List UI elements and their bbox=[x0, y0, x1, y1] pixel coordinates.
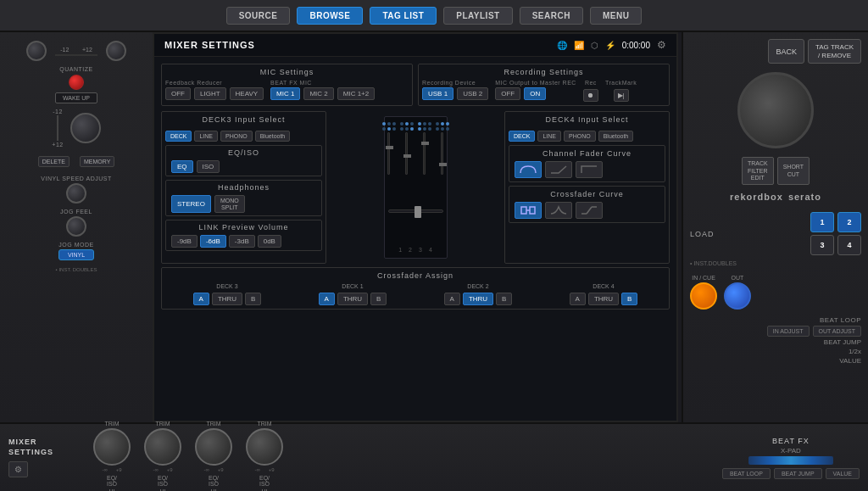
nav-taglist[interactable]: TAG LIST bbox=[370, 7, 437, 25]
nav-playlist[interactable]: PLAYLIST bbox=[443, 7, 512, 25]
left-plus-label: +12 bbox=[52, 142, 63, 148]
mic1-btn[interactable]: MIC 1 bbox=[270, 87, 300, 100]
trim-range-1: -∞ +9 bbox=[102, 467, 121, 472]
quantize-knob[interactable] bbox=[69, 75, 84, 90]
deck4-b-btn[interactable]: B bbox=[621, 293, 637, 305]
in-adjust-btn[interactable]: IN ADJUST bbox=[767, 326, 810, 337]
usb1-btn[interactable]: USB 1 bbox=[422, 87, 453, 100]
mic2-btn[interactable]: MIC 2 bbox=[303, 87, 333, 100]
nav-menu[interactable]: MENU bbox=[590, 7, 642, 25]
value-bottom-btn[interactable]: VALUE bbox=[826, 468, 860, 479]
svg-rect-2 bbox=[530, 207, 535, 214]
delete-btn[interactable]: DELETE bbox=[38, 156, 70, 167]
out-btn[interactable] bbox=[724, 282, 751, 310]
screen-header: MIXER SETTINGS 🌐 📶 ⬡ ⚡ 0:00:00 ⚙ bbox=[154, 34, 676, 57]
deck3-line-btn[interactable]: LINE bbox=[194, 131, 218, 142]
eq-btn[interactable]: EQ bbox=[171, 160, 193, 173]
neg9db-btn[interactable]: -9dB bbox=[171, 235, 198, 248]
out-adjust-btn[interactable]: OUT ADJUST bbox=[813, 326, 861, 337]
trim-knob-1[interactable] bbox=[93, 428, 131, 466]
gear-icon[interactable]: ⚙ bbox=[657, 39, 666, 51]
feedback-off-btn[interactable]: OFF bbox=[165, 87, 191, 100]
shortcut-btn[interactable]: SHORTCUT bbox=[777, 157, 810, 185]
jog-feel-knob[interactable] bbox=[66, 216, 86, 237]
deck2-a-btn[interactable]: A bbox=[444, 293, 460, 305]
value-label: VALUE bbox=[839, 357, 861, 365]
deck4-phono-btn[interactable]: PHONO bbox=[564, 131, 596, 142]
beat-jump-bottom-btn[interactable]: BEAT JUMP bbox=[774, 468, 822, 479]
vinyl-speed-knob[interactable] bbox=[66, 183, 86, 204]
ch3-fader[interactable] bbox=[423, 132, 426, 175]
back-btn[interactable]: BACK bbox=[768, 39, 804, 64]
mic12-btn[interactable]: MIC 1+2 bbox=[337, 87, 375, 100]
xfader-curve-1[interactable] bbox=[515, 202, 542, 219]
deck1-thru-btn[interactable]: THRU bbox=[337, 293, 368, 305]
mic-settings-section: MIC Settings Feedback Reducer OFF LIGHT … bbox=[161, 64, 413, 106]
ch-curve-1[interactable] bbox=[515, 161, 542, 178]
tag-track-btn[interactable]: TAG TRACK/ REMOVE bbox=[808, 39, 861, 64]
deck4-a-btn[interactable]: A bbox=[570, 293, 586, 305]
track-filter-btn[interactable]: TRACKFILTEREDIT bbox=[742, 157, 774, 185]
feedback-light-btn[interactable]: LIGHT bbox=[194, 87, 226, 100]
deck3-deck-btn[interactable]: DECK bbox=[165, 131, 192, 142]
mic-output-on-btn[interactable]: ON bbox=[524, 87, 546, 100]
deck4-bt-btn[interactable]: Bluetooth bbox=[598, 131, 634, 142]
left-knob-1[interactable] bbox=[26, 41, 47, 61]
deck3-thru-btn[interactable]: THRU bbox=[212, 293, 242, 305]
xfader-curve-2[interactable] bbox=[545, 202, 572, 219]
deck2-b-btn[interactable]: B bbox=[496, 293, 512, 305]
nav-browse[interactable]: BROWSE bbox=[297, 7, 363, 25]
nav-source[interactable]: SOURCE bbox=[226, 7, 291, 25]
load-btn-4[interactable]: 4 bbox=[837, 235, 861, 255]
memory-btn[interactable]: MEMORY bbox=[80, 156, 114, 167]
jog-wheel[interactable] bbox=[737, 72, 814, 148]
ch2-fader[interactable] bbox=[405, 132, 408, 175]
deck1-b-btn[interactable]: B bbox=[370, 293, 387, 305]
load-btn-2[interactable]: 2 bbox=[837, 212, 861, 232]
trackmark-btn[interactable]: ▶| bbox=[614, 89, 629, 102]
trim-knob-2[interactable] bbox=[144, 428, 181, 466]
ch1-fader[interactable] bbox=[387, 132, 390, 175]
neg3db-btn[interactable]: -3dB bbox=[229, 235, 255, 248]
trim-knob-3[interactable] bbox=[195, 428, 232, 466]
deck4-line-btn[interactable]: LINE bbox=[537, 131, 561, 142]
deck3-bt-btn[interactable]: Bluetooth bbox=[255, 131, 291, 142]
trim-range-3: -∞ +9 bbox=[203, 467, 223, 472]
in-cue-label: IN / CUE bbox=[692, 275, 715, 281]
crossfader-track[interactable] bbox=[388, 209, 443, 213]
main-knob-left[interactable] bbox=[70, 113, 101, 143]
in-cue-btn[interactable] bbox=[690, 282, 717, 310]
beat-loop-bottom-btn[interactable]: BEAT LOOP bbox=[722, 468, 771, 479]
deck3-a-btn[interactable]: A bbox=[193, 293, 209, 305]
load-btn-3[interactable]: 3 bbox=[810, 235, 834, 255]
iso-btn[interactable]: ISO bbox=[197, 160, 220, 173]
xfader-curve-3[interactable] bbox=[576, 202, 603, 219]
wake-up-btn[interactable]: WAKE UP bbox=[55, 92, 97, 103]
rec-btn[interactable]: ⏺ bbox=[583, 89, 598, 102]
deck1-a-btn[interactable]: A bbox=[319, 293, 335, 305]
usb2-btn[interactable]: USB 2 bbox=[457, 87, 488, 100]
bottom-gear-btn[interactable]: ⚙ bbox=[8, 461, 28, 477]
zero-db-btn[interactable]: 0dB bbox=[258, 235, 281, 248]
mono-split-btn[interactable]: MONOSPLIT bbox=[214, 195, 245, 213]
ch-curve-2[interactable] bbox=[545, 161, 572, 178]
mic-output-off-btn[interactable]: OFF bbox=[495, 87, 520, 100]
ch-curve-3[interactable] bbox=[576, 161, 603, 178]
deck4-input-buttons: DECK LINE PHONO Bluetooth bbox=[509, 131, 665, 142]
feedback-heavy-btn[interactable]: HEAVY bbox=[230, 87, 264, 100]
bottom-settings-label: SETTINGS bbox=[8, 448, 53, 456]
right-knob-1[interactable] bbox=[106, 41, 126, 61]
nav-search[interactable]: SEARCH bbox=[520, 7, 583, 25]
middle-row: DECK3 Input Select DECK LINE PHONO Bluet… bbox=[161, 111, 670, 264]
neg6db-btn[interactable]: -6dB bbox=[200, 235, 226, 248]
deck4-deck-btn[interactable]: DECK bbox=[509, 131, 535, 142]
deck2-thru-btn[interactable]: THRU bbox=[463, 293, 493, 305]
deck3-phono-btn[interactable]: PHONO bbox=[220, 131, 253, 142]
vinyl-btn[interactable]: VINYL bbox=[58, 249, 94, 260]
ch4-fader[interactable] bbox=[441, 132, 443, 175]
trim-knob-4[interactable] bbox=[246, 428, 283, 466]
deck4-thru-btn[interactable]: THRU bbox=[588, 293, 619, 305]
stereo-btn[interactable]: STEREO bbox=[171, 195, 211, 213]
deck3-b-btn[interactable]: B bbox=[245, 293, 261, 305]
load-btn-1[interactable]: 1 bbox=[810, 212, 834, 232]
